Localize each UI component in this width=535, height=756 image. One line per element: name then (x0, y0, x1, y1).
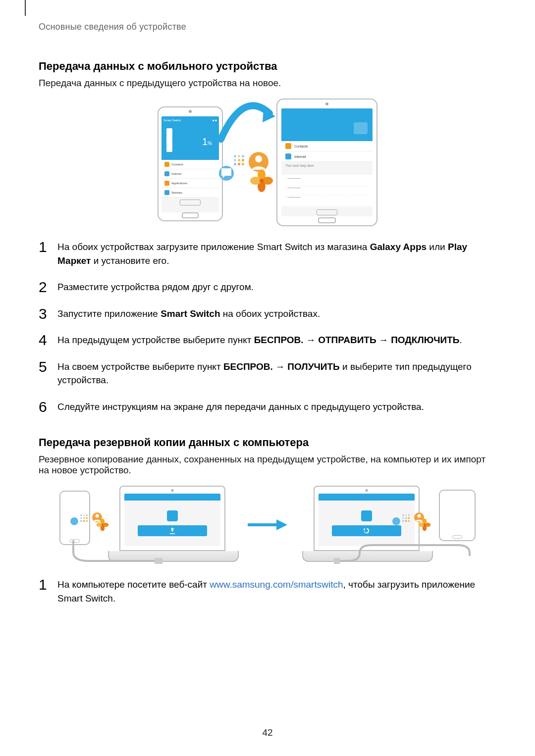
phone-home-button (182, 212, 199, 218)
step-item: На предыдущем устройстве выберите пункт … (39, 333, 496, 347)
section1-intro: Передача данных с предыдущего устройства… (39, 78, 496, 89)
tablet-small (439, 490, 476, 541)
restore-icon (362, 526, 371, 535)
transfer-icons-cluster-small (396, 513, 440, 538)
chat-bubble-icon (392, 517, 400, 525)
tablet-panel (281, 115, 373, 141)
phone-row: Settings (161, 188, 219, 198)
page-number: 42 (0, 727, 535, 738)
laptop-left (108, 486, 237, 560)
phone-progress: 1% (161, 124, 219, 160)
internet-icon (164, 171, 169, 176)
phone-app-title: Smart Switch (163, 119, 181, 122)
step-item: Разместите устройства рядом друг с друго… (39, 280, 496, 294)
file-icon (167, 510, 178, 521)
upload-button (138, 525, 207, 536)
svg-marker-17 (276, 519, 287, 530)
tablet-camera (325, 102, 328, 105)
phone-row-label: Settings (171, 191, 182, 194)
header-text: Основные сведения об устройстве (39, 0, 496, 37)
phone-row-label: Applications (171, 182, 187, 185)
restore-button (332, 525, 401, 536)
phone-cancel-button (180, 200, 201, 205)
settings-icon (164, 190, 169, 195)
tablet-row-label: Internet (294, 155, 306, 158)
tablet-row: Internet (281, 151, 373, 162)
phone-camera (189, 110, 192, 113)
arrow-right-icon (248, 517, 288, 532)
left-group (59, 486, 233, 565)
file-icon (361, 510, 372, 521)
tablet-topbar (281, 108, 373, 115)
phone-row: Internet (161, 169, 219, 179)
phone-screen: Smart Switch ■ ■ 1% Contacts Internet Ap… (161, 116, 219, 212)
apps-grid-icon (80, 514, 88, 522)
phone-row-label: Internet (171, 172, 181, 175)
phone-row: Contacts (161, 160, 219, 169)
transfer-arrow-icon (216, 100, 275, 149)
internet-icon (285, 153, 291, 159)
tablet-device: Contacts Internet The next step item · ─… (276, 99, 377, 226)
tablet-screen: Contacts Internet The next step item · ─… (281, 108, 373, 216)
phone-device: Smart Switch ■ ■ 1% Contacts Internet Ap… (158, 106, 223, 221)
gallery-icon (250, 169, 273, 195)
svg-point-2 (255, 155, 262, 162)
section1-steps: На обоих устройствах загрузите приложени… (39, 240, 496, 413)
section1-title: Передача данных с мобильного устройства (39, 60, 496, 73)
tablet-row: Contacts (281, 141, 373, 151)
illustration-mobile-transfer: Smart Switch ■ ■ 1% Contacts Internet Ap… (39, 99, 496, 227)
contacts-icon (164, 162, 169, 167)
chat-bubble-icon (219, 166, 234, 181)
apps-grid-icon (402, 514, 410, 522)
phone-row-label: Contacts (171, 163, 183, 166)
apps-grid-icon (234, 155, 244, 165)
section2-steps: На компьютере посетите веб-сайт www.sams… (39, 578, 496, 605)
tablet-badge (354, 122, 368, 134)
svg-point-6 (250, 177, 261, 185)
phone-row: Applications (161, 179, 219, 188)
tablet-note: The next step item (281, 162, 373, 175)
illustration-computer-transfer (39, 486, 496, 565)
tablet-home-button (318, 217, 336, 223)
gallery-icon (418, 518, 431, 533)
phone-progress-bar (166, 128, 172, 152)
svg-point-7 (260, 179, 264, 183)
phone-rows: Contacts Internet Applications Settings (161, 160, 219, 198)
phone-progress-percent: 1% (202, 136, 212, 148)
gallery-icon (96, 518, 109, 533)
step-item: Запустите приложение Smart Switch на обо… (39, 307, 496, 321)
step-item: На своем устройстве выберите пункт БЕСПР… (39, 360, 496, 387)
tablet-cancel-button (317, 209, 337, 215)
phone-topbar: Smart Switch ■ ■ (161, 116, 219, 124)
applications-icon (164, 181, 169, 186)
upload-icon (168, 526, 177, 535)
svg-marker-0 (263, 108, 275, 122)
right-group (302, 486, 476, 565)
top-rule (25, 0, 26, 16)
smartswitch-link[interactable]: www.samsung.com/smartswitch (210, 579, 343, 590)
tablet-row-label: Contacts (294, 145, 308, 148)
transfer-icons-cluster (230, 151, 269, 191)
tablet-list: · ───── · ───── · ───── (281, 175, 373, 206)
step-item: На компьютере посетите веб-сайт www.sams… (39, 578, 496, 605)
step-item: На обоих устройствах загрузите приложени… (39, 240, 496, 267)
section2-intro: Резервное копирование данных, сохраненны… (39, 454, 496, 476)
contacts-icon (285, 143, 291, 149)
chat-bubble-icon (70, 517, 78, 525)
section2-title: Передача резервной копии данных с компью… (39, 436, 496, 449)
step-item: Следуйте инструкциям на экране для перед… (39, 400, 496, 414)
